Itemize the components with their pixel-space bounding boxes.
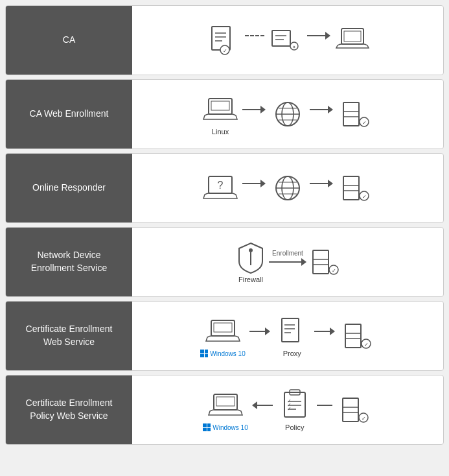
svg-rect-12 [344, 31, 361, 42]
svg-text:✓: ✓ [223, 48, 227, 54]
arrow-cews-2 [310, 327, 339, 335]
svg-text:✓: ✓ [332, 268, 336, 274]
svg-text:✓: ✓ [362, 120, 367, 126]
server-cert-web: ✓ [337, 97, 373, 131]
arrow-solid-1 [303, 32, 334, 40]
laptop-question: ? [202, 171, 238, 205]
svg-text:✦: ✦ [292, 45, 296, 49]
diagram-ndes: Firewall Enrollment ✓ [132, 228, 443, 296]
svg-point-38 [249, 248, 253, 252]
svg-text:✓: ✓ [363, 342, 368, 348]
arrow-dashed-1 [241, 32, 267, 39]
row-ndes: Network Device Enrollment Service Firewa… [5, 227, 444, 297]
svg-rect-20 [343, 102, 359, 126]
svg-rect-65 [343, 398, 358, 422]
svg-rect-6 [272, 30, 290, 46]
label-ndes: Network Device Enrollment Service [6, 228, 132, 296]
globe-icon-web [270, 97, 306, 131]
laptop-icon-ca [334, 23, 371, 57]
linux-label: Linux [212, 128, 229, 136]
server-cert-cews: ✓ [339, 319, 375, 353]
proxy-label: Proxy [283, 350, 301, 357]
server-cert-cepws: ✓ [336, 393, 373, 427]
svg-text:?: ? [218, 180, 224, 191]
arrow-resp-1 [238, 180, 270, 187]
firewall-label: Firewall [238, 276, 263, 283]
cert-icon: ✦ [267, 23, 303, 57]
svg-rect-14 [211, 101, 229, 110]
server-cert-ndes: ✓ [306, 245, 343, 279]
arrow-web-2 [306, 106, 337, 113]
row-cews: Certificate Enrollment Web Service [5, 301, 444, 371]
diagram-cews: Windows 10 Proxy [132, 302, 443, 370]
arrow-web-1 [238, 106, 270, 113]
arrow-cews-1 [246, 327, 274, 335]
doc-icon-ca: ✓ [205, 23, 241, 57]
label-cews: Certificate Enrollment Web Service [6, 302, 132, 370]
laptop-win10-cepws: Windows 10 [203, 388, 248, 431]
policy-label: Policy [285, 423, 304, 431]
server-cert-resp: ✓ [337, 171, 373, 205]
globe-icon-resp [270, 171, 306, 205]
svg-text:✓: ✓ [287, 406, 292, 412]
svg-rect-39 [313, 250, 328, 274]
policy-icon: ✓ ✓ ✓ Policy [277, 388, 313, 431]
firewall-icon: Firewall [233, 241, 269, 283]
label-cepws: Certificate Enrollment Policy Web Servic… [6, 375, 132, 444]
windows10-label-cepws: Windows 10 [203, 423, 248, 431]
label-ca: CA [6, 6, 132, 75]
laptop-win10-cews: Windows 10 [200, 315, 245, 357]
row-ca-web: CA Web Enrollment Linux [5, 79, 444, 149]
laptop-linux: Linux [202, 93, 238, 136]
row-cepws: Certificate Enrollment Policy Web Servic… [5, 375, 444, 445]
svg-text:✓: ✓ [361, 416, 365, 422]
diagram-ca-web: Linux [132, 80, 443, 149]
diagram-ca: ✓ ✦ [132, 6, 443, 75]
svg-text:✓: ✓ [362, 194, 367, 200]
main-container: CA ✓ [0, 0, 449, 450]
arrow-cepws-back [248, 401, 277, 409]
proxy-icon: Proxy [274, 315, 310, 357]
diagram-online-responder: ? [132, 154, 443, 222]
label-ca-web: CA Web Enrollment [6, 80, 132, 149]
svg-rect-32 [343, 176, 359, 200]
svg-rect-56 [216, 397, 235, 406]
row-ca: CA ✓ [5, 5, 444, 75]
row-online-responder: Online Responder ? [5, 153, 444, 223]
enrollment-arrow: Enrollment [269, 250, 306, 266]
svg-rect-45 [214, 323, 232, 332]
windows10-label-cews: Windows 10 [200, 350, 245, 357]
label-online-responder: Online Responder [6, 154, 132, 222]
svg-rect-50 [345, 324, 361, 348]
arrow-resp-2 [306, 180, 337, 187]
arrow-cepws-2 [313, 405, 336, 406]
diagram-cepws: Windows 10 [132, 375, 443, 444]
svg-rect-46 [282, 318, 299, 342]
